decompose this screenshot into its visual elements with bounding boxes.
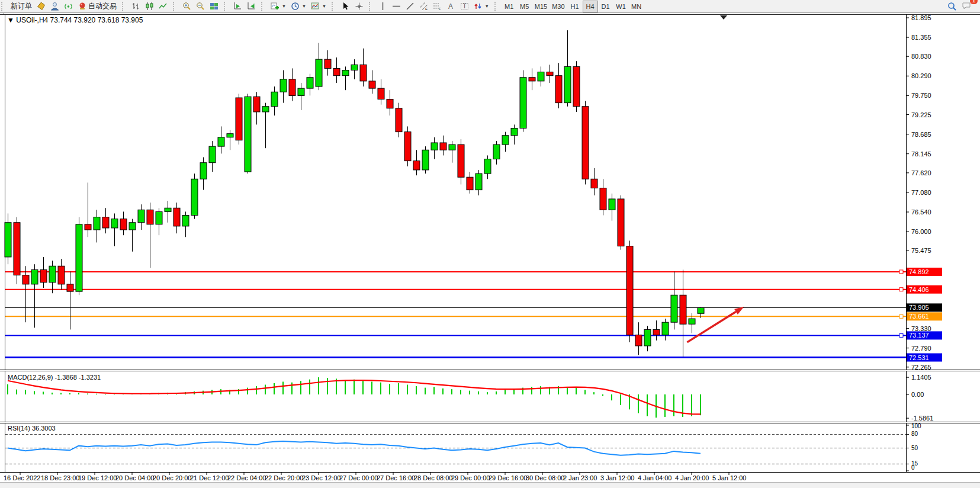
equidistant-channel-icon: E bbox=[419, 2, 428, 11]
shift-chart-end-icon bbox=[233, 2, 242, 11]
candle-body bbox=[653, 329, 660, 335]
horizontal-line-button[interactable] bbox=[390, 1, 403, 12]
candle-body bbox=[351, 65, 358, 70]
svg-text:76.540: 76.540 bbox=[911, 208, 931, 216]
profile-button[interactable] bbox=[48, 1, 62, 12]
fibonacci-button[interactable]: F bbox=[430, 1, 444, 12]
svg-text:100: 100 bbox=[911, 423, 921, 429]
macd-histogram-bar bbox=[531, 387, 532, 394]
periods-button[interactable]: ▼ bbox=[288, 1, 309, 12]
candle-body bbox=[600, 188, 606, 210]
svg-text:50: 50 bbox=[911, 445, 918, 451]
time-axis-label: 2 Jan 23:00 bbox=[563, 474, 597, 481]
rsi-indicator-pane[interactable]: 1008050150RSI(14) 36.3003 bbox=[0, 423, 980, 472]
line-chart-button[interactable] bbox=[156, 1, 170, 12]
candle-body bbox=[156, 211, 162, 224]
macd-histogram-bar bbox=[416, 386, 417, 394]
timeframe-button-M15[interactable]: M15 bbox=[532, 1, 550, 12]
notification-badge[interactable]: 1 bbox=[970, 0, 978, 4]
macd-histogram-bar bbox=[282, 381, 284, 394]
tile-windows-button[interactable] bbox=[207, 1, 221, 12]
candle-body bbox=[413, 161, 420, 170]
cursor-button[interactable] bbox=[339, 1, 352, 12]
toolbar-separator bbox=[261, 2, 266, 11]
crosshair-button[interactable] bbox=[352, 1, 366, 12]
zoom-in-icon bbox=[182, 2, 191, 11]
macd-histogram-bar bbox=[638, 394, 639, 413]
candle-body bbox=[404, 132, 411, 161]
price-line-handle bbox=[899, 288, 903, 291]
toolbar-grip bbox=[1, 2, 7, 11]
bar-chart-button[interactable] bbox=[129, 1, 143, 12]
candle-body bbox=[511, 129, 518, 136]
svg-text:T: T bbox=[462, 3, 466, 9]
time-axis-label: 4 Jan 20:00 bbox=[675, 474, 709, 481]
trendline-button[interactable] bbox=[403, 1, 417, 12]
auto-scroll-button[interactable] bbox=[245, 1, 258, 12]
timeframe-button-MN[interactable]: MN bbox=[629, 1, 644, 12]
time-axis[interactable]: 16 Dec 202218 Dec 23:0019 Dec 12:0020 De… bbox=[0, 472, 980, 482]
timeframe-button-M5[interactable]: M5 bbox=[517, 1, 532, 12]
candlestick-chart-button[interactable] bbox=[143, 1, 156, 12]
candle-body bbox=[23, 275, 29, 284]
svg-text:81.355: 81.355 bbox=[911, 34, 931, 41]
candle-body bbox=[76, 224, 82, 291]
macd-histogram-bar bbox=[291, 383, 293, 394]
svg-text:72.265: 72.265 bbox=[911, 364, 931, 370]
time-axis-label: 23 Dec 12:00 bbox=[302, 474, 340, 481]
time-axis-label: 18 Dec 23:00 bbox=[41, 474, 79, 481]
add-indicator-button[interactable]: ▼ bbox=[268, 1, 288, 12]
text-icon: A bbox=[446, 2, 455, 11]
timeframe-button-D1[interactable]: D1 bbox=[598, 1, 613, 12]
toolbar-right-icons: 1 bbox=[945, 0, 974, 13]
macd-indicator-pane[interactable]: 1.14050.00-1.5861MACD(12,26,9) -1.3868 -… bbox=[0, 371, 980, 422]
candle-body bbox=[200, 163, 207, 179]
dropdown-caret: ▼ bbox=[485, 4, 489, 8]
candle-body bbox=[280, 79, 287, 92]
svg-text:76.000: 76.000 bbox=[911, 228, 931, 235]
macd-histogram-bar bbox=[576, 388, 577, 394]
timeframe-button-H1[interactable]: H1 bbox=[567, 1, 583, 12]
svg-text:0: 0 bbox=[911, 464, 915, 471]
svg-text:77.620: 77.620 bbox=[911, 169, 931, 176]
market-watch-button[interactable] bbox=[34, 1, 48, 12]
new-order-button[interactable]: 新订单 bbox=[8, 1, 34, 12]
price-line-handle bbox=[899, 314, 903, 318]
text-label-button[interactable]: T bbox=[458, 1, 471, 12]
autotrading-icon bbox=[78, 2, 86, 11]
macd-histogram-bar bbox=[487, 392, 488, 394]
candle-body bbox=[147, 210, 153, 224]
search-button[interactable] bbox=[945, 1, 959, 12]
timeframe-button-M30[interactable]: M30 bbox=[550, 1, 567, 12]
autotrading-button[interactable]: 自动交易 bbox=[75, 1, 119, 12]
dropdown-caret: ▼ bbox=[322, 4, 326, 8]
macd-histogram-bar bbox=[371, 381, 372, 394]
candle-body bbox=[31, 269, 38, 284]
trading-terminal: 新订单 自动交易 bbox=[0, 0, 980, 488]
timeframe-button-H4[interactable]: H4 bbox=[583, 1, 598, 12]
arrows-button[interactable]: ▼ bbox=[471, 1, 491, 12]
time-axis-label: 29 Dec 00:00 bbox=[451, 474, 490, 481]
macd-histogram-bar bbox=[593, 392, 595, 394]
macd-histogram-bar bbox=[362, 381, 364, 394]
templates-button[interactable]: ▼ bbox=[309, 1, 329, 12]
signals-button[interactable] bbox=[62, 1, 75, 12]
svg-text:73.330: 73.330 bbox=[911, 325, 931, 332]
equidistant-channel-button[interactable]: E bbox=[417, 1, 430, 12]
shift-chart-end-button[interactable] bbox=[231, 1, 245, 12]
text-button[interactable]: A bbox=[444, 1, 458, 12]
candle-body bbox=[111, 219, 118, 228]
macd-histogram-bar bbox=[300, 381, 301, 394]
price-chart-pane[interactable]: 74.89274.40673.90573.66173.13772.53181.8… bbox=[0, 14, 980, 370]
timeframe-button-W1[interactable]: W1 bbox=[613, 1, 629, 12]
macd-histogram-bar bbox=[318, 377, 319, 394]
vertical-line-button[interactable] bbox=[376, 1, 390, 12]
chart-title: ▼ USOil-,H4 73.744 73.920 73.618 73.905 bbox=[7, 16, 143, 24]
macd-histogram-bar bbox=[478, 391, 479, 394]
timeframe-button-M1[interactable]: M1 bbox=[502, 1, 517, 12]
zoom-in-button[interactable] bbox=[180, 1, 194, 12]
candle-body bbox=[378, 88, 384, 99]
zoom-out-button[interactable] bbox=[194, 1, 207, 12]
candle-body bbox=[271, 92, 278, 107]
horizontal-line-icon bbox=[392, 2, 401, 11]
